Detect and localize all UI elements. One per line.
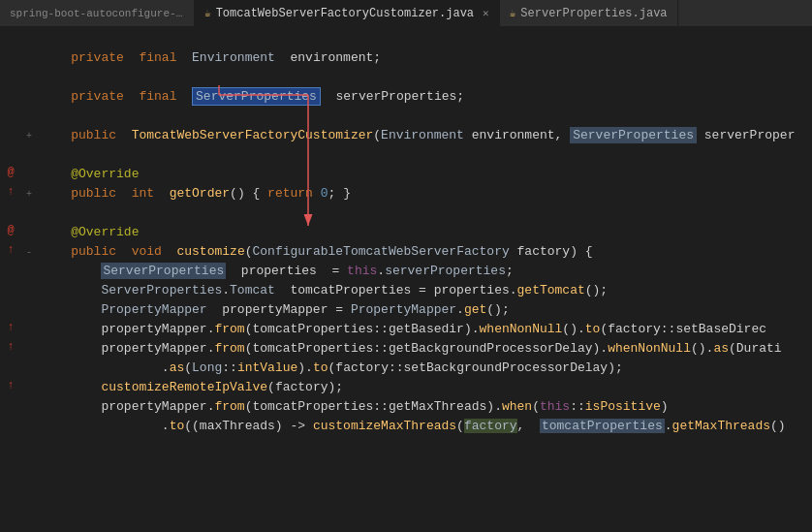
- lambda-maxthreads: maxThreads: [200, 419, 275, 433]
- var-propmapper3: propertyMapper: [101, 322, 206, 336]
- fold-7: [21, 145, 37, 165]
- var-propmapper5: propertyMapper: [101, 399, 206, 414]
- gutter-at-2: @: [0, 221, 21, 240]
- fold-20: [21, 397, 37, 417]
- method-intvalue: intValue: [237, 360, 297, 375]
- keyword-public2: public: [71, 186, 116, 201]
- ref-durati: Durati: [736, 341, 782, 356]
- tab-spring[interactable]: spring-boot-autoconfigure-2.1.6.RELEASE-…: [0, 0, 195, 26]
- gutter-up-1: ↑: [0, 182, 21, 202]
- code-line-server-props: ServerProperties properties = this.serve…: [41, 262, 812, 281]
- method-from3: from: [214, 399, 244, 414]
- tab-tomcat-label: TomcatWebServerFactoryCustomizer.java: [216, 7, 474, 20]
- var-propmapper4: propertyMapper: [101, 341, 206, 356]
- gutter-at-1: @: [0, 163, 21, 182]
- gutter-row-2: [0, 47, 21, 66]
- method-getorder: getOrder: [170, 186, 230, 201]
- fold-col: + + -: [21, 27, 37, 532]
- code-line-empty-4: [41, 145, 812, 165]
- num-zero: 0: [321, 186, 328, 201]
- code-line-tomcat-props: ServerProperties.Tomcat tomcatProperties…: [41, 281, 812, 300]
- class-propmapper: PropertyMapper: [101, 302, 206, 317]
- ref-setbgdelay: factory::setBackgroundProcessorDelay: [335, 360, 608, 375]
- tab-spring-label: spring-boot-autoconfigure-2.1.6.RELEASE-…: [10, 8, 184, 19]
- method-customize: customize: [176, 244, 244, 259]
- keyword-this2: this: [540, 399, 570, 414]
- keyword-final: final: [139, 50, 176, 65]
- annotation-override1: @Override: [71, 167, 139, 181]
- method-to: to: [585, 322, 601, 336]
- code-line-override1: @Override: [41, 165, 812, 184]
- tab-tomcat-close[interactable]: ✕: [483, 7, 489, 19]
- tab-server-label: ServerProperties.java: [520, 7, 667, 20]
- fold-6[interactable]: +: [21, 126, 37, 145]
- code-line-remote-ip: customizeRemoteIpValve(factory);: [41, 378, 812, 397]
- code-line-empty-1: [41, 29, 812, 48]
- gutter-row-1: [0, 27, 21, 47]
- tab-tomcat[interactable]: ☕ TomcatWebServerFactoryCustomizer.java …: [195, 0, 500, 26]
- code-area[interactable]: private final Environment environment; p…: [37, 27, 812, 532]
- fold-16: [21, 320, 37, 339]
- keyword-private2: private: [71, 89, 124, 104]
- code-line-constructor: public TomcatWebServerFactoryCustomizer(…: [41, 126, 812, 145]
- method-to3: to: [170, 419, 185, 433]
- class-serverprops4: ServerProperties: [101, 283, 222, 297]
- code-line-customize-sig: public void customize(ConfigurableTomcat…: [41, 242, 812, 262]
- keyword-private: private: [71, 50, 124, 65]
- code-line-basedir: propertyMapper.from(tomcatProperties::ge…: [41, 320, 812, 339]
- var-tomcat: tomcatProperties: [290, 283, 411, 297]
- gutter-row-18: [0, 357, 21, 376]
- code-line-empty-3: [41, 107, 812, 126]
- tab-bar: spring-boot-autoconfigure-2.1.6.RELEASE-…: [0, 0, 812, 27]
- method-constructor: TomcatWebServerFactoryCustomizer: [132, 128, 374, 142]
- fold-14: [21, 281, 37, 300]
- code-line-maxthreads: propertyMapper.from(tomcatProperties::ge…: [41, 397, 812, 417]
- var-properties2: properties: [434, 283, 510, 297]
- field-serverproperties: serverProperties: [385, 264, 506, 278]
- method-gettomcat: getTomcat: [517, 283, 585, 297]
- method-whennonnull2: whenNonNull: [608, 341, 691, 356]
- method-to2: to: [313, 360, 328, 375]
- code-line-empty-2: [41, 68, 812, 87]
- var-environment: environment;: [291, 50, 382, 65]
- ref-getmaxthreads: tomcatProperties::getMaxThreads: [252, 399, 486, 414]
- method-from: from: [214, 322, 244, 336]
- class-environment2: Environment: [381, 128, 464, 142]
- gutter-row-10: [0, 202, 21, 221]
- fold-9[interactable]: +: [21, 184, 37, 203]
- gutter-row-4: [0, 85, 21, 105]
- fold-13: [21, 262, 37, 281]
- param-factory3: factory: [464, 419, 517, 433]
- method-ispositive: isPositive: [585, 399, 661, 414]
- gutter-row-13: [0, 260, 21, 279]
- keyword-this: this: [347, 264, 377, 278]
- var-properties: properties: [241, 264, 317, 278]
- method-getmaxthreads2: getMaxThreads: [672, 419, 770, 433]
- tab-tomcat-icon: ☕: [204, 7, 211, 19]
- gutter-row-20: [0, 395, 21, 415]
- fold-1: [21, 29, 37, 48]
- method-when: when: [502, 399, 532, 414]
- fold-21: [21, 417, 37, 436]
- left-gutter: @ ↑ @ ↑ ↑ ↑ ↑: [0, 27, 21, 532]
- keyword-return: return: [267, 186, 313, 201]
- fold-12[interactable]: -: [21, 242, 37, 262]
- gutter-row-7: [0, 143, 21, 163]
- gutter-up-3: ↑: [0, 318, 21, 337]
- fold-11: [21, 223, 37, 242]
- tab-server[interactable]: ☕ ServerProperties.java: [500, 0, 678, 26]
- code-line-to-max: .to((maxThreads) -> customizeMaxThreads(…: [41, 417, 812, 436]
- gutter-row-3: [0, 66, 21, 85]
- class-propmapper2: PropertyMapper: [351, 302, 456, 317]
- class-environment: Environment: [192, 50, 275, 65]
- var-serverproperties: serverProperties;: [336, 89, 465, 104]
- fold-4: [21, 87, 37, 107]
- class-configurable: ConfigurableTomcatWebServerFactory: [253, 244, 510, 259]
- fold-15: [21, 300, 37, 320]
- gutter-row-5: [0, 105, 21, 124]
- var-propmapper: propertyMapper: [222, 302, 328, 317]
- param-serverprops: serverProper: [704, 128, 796, 142]
- fold-5: [21, 107, 37, 126]
- gutter-row-15: [0, 298, 21, 318]
- code-line-bgdelay: propertyMapper.from(tomcatProperties::ge…: [41, 339, 812, 359]
